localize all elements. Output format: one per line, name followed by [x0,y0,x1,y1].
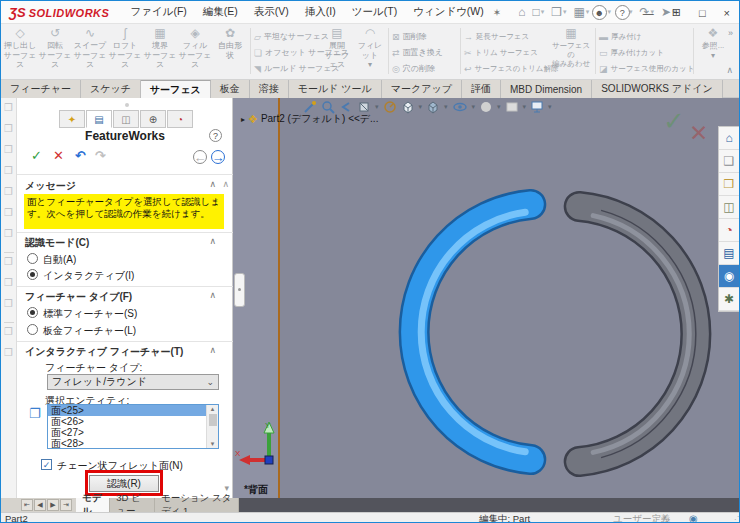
tab-dimxpert[interactable]: ⊕ [140,110,166,128]
chain-fillet-label[interactable]: チェーン状フィレット面(N) [57,459,183,473]
maximize-button[interactable]: □ [694,7,711,19]
minimize-button[interactable]: — [638,7,659,19]
next-button[interactable]: → [211,150,225,164]
pin-menu-icon[interactable]: ✶ [493,7,501,18]
flatten-surface-button[interactable]: ▤展開サーフェス [321,26,353,78]
open-button[interactable]: ❒▾ [548,4,569,20]
menu-window[interactable]: ウィンドウ(W) [406,2,491,22]
delete-face-button[interactable]: ⊠面削除 [392,29,427,44]
tab-property-manager[interactable]: ▤ [86,110,112,128]
collapse-icon[interactable]: ∧ [209,345,216,355]
display-style-icon[interactable] [426,100,440,114]
new-document-button[interactable]: □▾ [529,4,547,20]
previous-view-icon[interactable] [339,100,353,114]
chevron-down-icon[interactable]: ▾ [472,103,476,111]
reference-geometry-button[interactable]: ❖参照...▾ [696,26,730,78]
tab-markup[interactable]: マークアップ [382,80,462,98]
tools-tab[interactable]: ✱ [719,288,739,311]
chain-fillet-checkbox[interactable]: ✓ [41,459,52,470]
chevron-down-icon[interactable]: ⌄ [206,377,214,387]
tab-features[interactable]: フィーチャー [1,80,81,98]
hide-show-items-icon[interactable] [452,100,468,114]
undo-button[interactable]: ↶ [75,148,86,163]
configuration-label[interactable]: ユーザー定義 [613,513,670,523]
tab-sheet-metal[interactable]: 板金 [211,80,250,98]
ribbon-collapse-icon[interactable]: ∧ [726,65,733,75]
status-globe-icon[interactable]: ◉ [689,513,698,523]
tab-sketch[interactable]: スケッチ [81,80,141,98]
scroll-up-icon[interactable]: ▴ [211,405,215,413]
collapse-icon[interactable]: ∧ [209,290,216,300]
tab-surfaces[interactable]: サーフェス [141,80,211,98]
appearances-tab[interactable]: ◔ [719,219,739,242]
home-button[interactable]: ⌂ [515,4,528,20]
help-button[interactable]: ? [615,5,630,20]
scrollbar-thumb[interactable] [209,414,217,426]
tab-mbd-dimension[interactable]: MBD Dimension [501,80,592,98]
design-library-tab[interactable]: ❒ [719,173,739,196]
zoom-to-fit-icon[interactable] [303,100,317,114]
tree-item-label[interactable]: Part2 (デフォルト) <<デ... [261,112,379,126]
radio-standard-features[interactable] [27,307,38,318]
section-message-header[interactable]: メッセージ [25,179,76,193]
untrim-surface-button[interactable]: ↩サーフェスのトリム解除 [464,61,558,76]
close-button[interactable]: × [719,7,735,19]
boundary-surface-button[interactable]: ▦境界サーフェス [143,26,177,78]
view-settings-icon[interactable] [530,100,544,114]
radio-auto[interactable] [27,253,38,264]
tab-motion-study[interactable]: モーション スタディ 1 [155,498,239,512]
radio-interactive-label[interactable]: インタラクティブ(I) [43,269,134,283]
panel-help-button[interactable]: ? [209,129,222,142]
fillet-button[interactable]: ◠フィレット▾ [354,26,386,78]
filled-surface-button[interactable]: ◈フィルサーフェス [178,26,212,78]
radio-sheet-metal-features-label[interactable]: 板金フィーチャー(L) [43,324,136,338]
chevron-down-icon[interactable]: ▾ [541,8,545,16]
zoom-to-area-icon[interactable] [321,100,335,114]
next-tab-button[interactable]: ▶ [47,499,59,511]
trim-surface-button[interactable]: ✂トリム サーフェス [464,45,538,60]
thickened-cut-button[interactable]: ▭厚み付けカット [599,45,664,60]
tab-mold-tools[interactable]: モールド ツール [289,80,382,98]
swept-surface-button[interactable]: ∿スイープサーフェス [73,26,107,78]
restore-button[interactable]: ⊞ [667,6,686,19]
collapse-icon[interactable]: ∧ [209,236,216,246]
extend-surface-button[interactable]: →延長サーフェス [464,29,529,44]
chevron-down-icon[interactable]: ▾ [563,8,567,16]
radio-interactive[interactable] [27,269,38,280]
forum-tab[interactable]: ◉ [719,265,739,288]
cancel-button[interactable]: ✕ [53,148,64,163]
scroll-down-icon[interactable]: ▾ [211,440,215,448]
panel-scroll-up-icon[interactable]: ∧ [222,179,229,189]
panel-resize-handle[interactable] [125,103,129,107]
list-item[interactable]: 面<28> [48,438,206,448]
view-orientation-icon[interactable] [401,100,415,114]
section-feature-type-header[interactable]: フィーチャー タイプ(F) [25,290,132,304]
dynamic-annotation-icon[interactable] [383,100,397,114]
collapse-icon[interactable]: ∧ [209,179,216,189]
home-tab[interactable]: ⌂ [719,127,739,150]
ribbon-more-icon[interactable]: » [728,28,733,38]
graphics-viewport[interactable]: ▸ ❖ Part2 (デフォルト) <<デ... ▾ ▾ ▾ ▾ ▾ ▾ ▾ [233,98,740,498]
view-palette-tab[interactable]: ◫ [719,196,739,219]
tab-featureworks[interactable]: ✦ [59,110,85,128]
first-tab-button[interactable]: ⇤ [21,499,33,511]
radio-sheet-metal-features[interactable] [27,324,38,335]
tab-3d-views[interactable]: 3D ビュー [110,498,155,512]
planar-surface-button[interactable]: ▱平坦なサーフェス [254,29,329,44]
menu-view[interactable]: 表示(V) [247,2,296,22]
chevron-down-icon[interactable]: ▾ [444,103,448,111]
panel-splitter-handle[interactable] [234,273,245,307]
revolved-surface-button[interactable]: ↺回転サーフェス [38,26,72,78]
selected-entities-list[interactable]: 面<25> 面<26> 面<27> 面<28> ▴ ▾ [47,404,219,449]
save-button[interactable]: ▦▾ [570,4,592,20]
tab-model[interactable]: モデル [76,498,110,512]
extruded-surface-button[interactable]: ◇押し出しサーフェス [3,26,37,78]
tab-configurations[interactable]: ◫ [113,110,139,128]
lofted-surface-button[interactable]: ʃロフトサーフェス [108,26,142,78]
resize-grip[interactable]: ⋰ [731,515,738,523]
thicken-button[interactable]: ▬厚み付け [599,29,641,44]
cut-with-surface-button[interactable]: ◪サーフェス使用のカット [599,61,694,76]
model-canvas[interactable] [381,151,721,491]
section-interactive-header[interactable]: インタラクティブ フィーチャー(T) [25,345,183,359]
confirmation-ok-icon[interactable]: ✓ [663,106,685,137]
